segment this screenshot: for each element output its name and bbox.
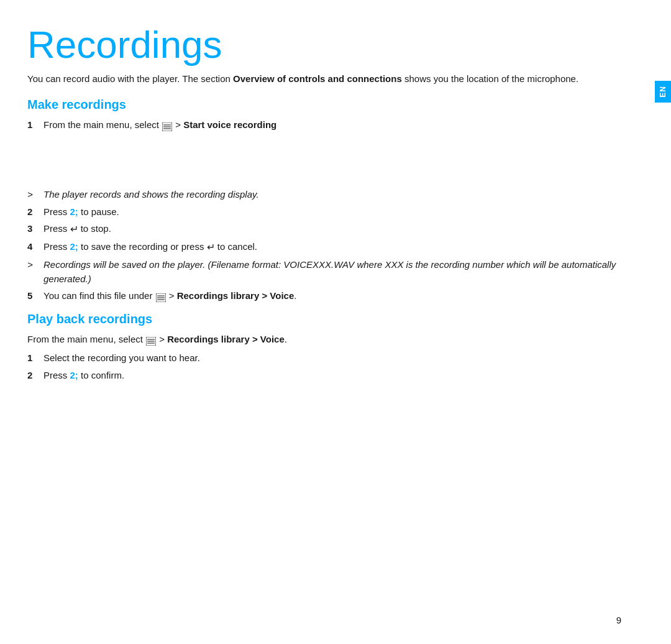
make-recordings-list-continued: > The player records and shows the recor… [27,188,621,303]
make-italic-note: > Recordings will be saved on the player… [27,258,621,286]
make-step-5: 5 You can find this file under > Recordi… [27,289,621,303]
step-1-number: 1 [27,118,41,132]
intro-text-after: shows you the location of the microphone… [402,73,578,84]
make-step-4: 4 Press 2; to save the recording or pres… [27,240,621,255]
step-3-number: 3 [27,222,41,236]
step-5-text: You can find this file under > Recording… [43,289,296,303]
make-step-3: 3 Press ↵ to stop. [27,222,621,237]
blue-num-play2: 2 [70,370,75,380]
make-italic-result: > The player records and shows the recor… [27,188,621,202]
blue-num-4: 2 [70,241,75,252]
step-4-number: 4 [27,240,41,254]
menu-icon-1 [162,121,172,130]
play-step-1-text: Select the recording you want to hear. [43,351,200,366]
menu-icon-2 [156,292,166,301]
step-5-number: 5 [27,289,41,303]
step-2-text: Press 2; to pause. [43,205,119,219]
intro-paragraph: You can record audio with the player. Th… [27,72,599,86]
page-container: EN Recordings You can record audio with … [0,0,671,644]
page-number: 9 [616,615,621,625]
play-step-2-text: Press 2; to confirm. [43,369,124,383]
step-2-number: 2 [27,205,41,219]
step-5-bold: Recordings library > Voice [177,290,294,301]
language-label: EN [659,86,667,98]
step-1-text: From the main menu, select > Start voice… [43,118,276,132]
language-tab: EN [655,81,671,103]
make-step-1: 1 From the main menu, select > Start voi… [27,118,621,132]
blue-num-2a: 2 [70,206,75,217]
play-step-1: 1 Select the recording you want to hear. [27,351,621,366]
make-recordings-heading: Make recordings [27,98,621,112]
make-recordings-list: 1 From the main menu, select > Start voi… [27,118,621,132]
intro-bold-text: Overview of controls and connections [233,73,402,84]
arrow-symbol-2: > [27,258,41,272]
menu-icon-3 [146,336,156,344]
arrow-symbol: > [27,188,41,202]
italic-result-text: The player records and shows the recordi… [43,188,259,202]
step-3-text: Press ↵ to stop. [43,222,111,237]
play-back-section: Play back recordings From the main menu,… [27,312,621,383]
play-back-intro: From the main menu, select > Recordings … [27,333,621,347]
step-4-text: Press 2; to save the recording or press … [43,240,257,255]
make-recordings-section: Make recordings 1 From the main menu, se… [27,98,621,303]
step-1-bold: Start voice recording [183,119,276,130]
play-back-heading: Play back recordings [27,312,621,326]
back-icon-1: ↵ [70,222,78,237]
play-step-2: 2 Press 2; to confirm. [27,369,621,383]
italic-note-text: Recordings will be saved on the player. … [43,258,621,286]
play-back-list: 1 Select the recording you want to hear.… [27,351,621,382]
back-icon-2: ↵ [207,240,215,255]
page-title: Recordings [27,24,621,66]
spacer-1 [27,138,621,188]
make-step-2: 2 Press 2; to pause. [27,205,621,219]
intro-text-before: You can record audio with the player. Th… [27,73,233,84]
play-back-intro-bold: Recordings library > Voice [167,334,285,344]
play-step-2-number: 2 [27,369,41,383]
play-step-1-number: 1 [27,351,41,366]
